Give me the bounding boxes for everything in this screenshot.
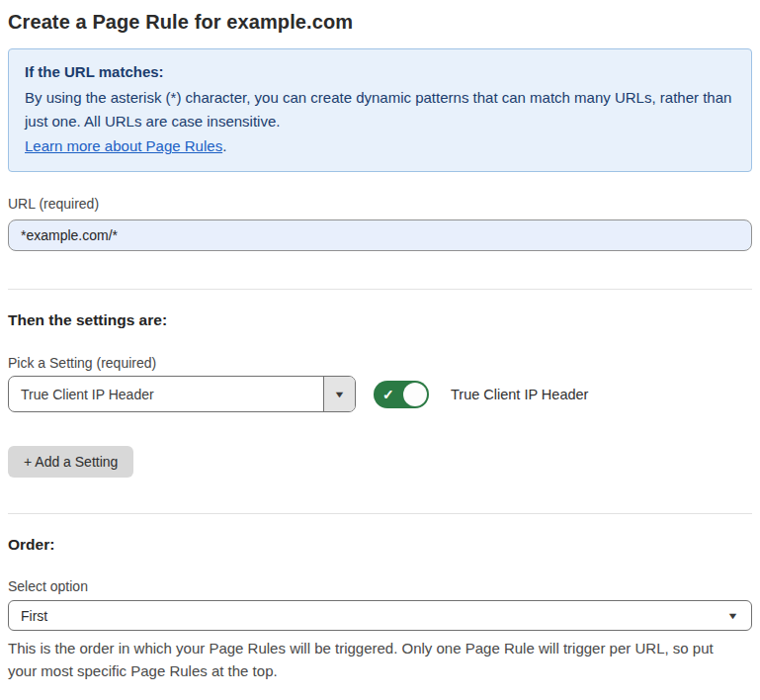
info-body-text: By using the asterisk (*) character, you… [25,86,735,133]
page-title: Create a Page Rule for example.com [8,11,752,34]
setting-toggle[interactable]: ✓ [374,381,429,408]
section-divider [8,289,752,290]
settings-section-heading: Then the settings are: [8,311,752,329]
toggle-knob [403,383,427,406]
setting-select-value: True Client IP Header [9,377,323,411]
info-heading: If the URL matches: [25,60,735,84]
order-help-text: This is the order in which your Page Rul… [8,637,744,682]
setting-row: True Client IP Header ▼ ✓ True Client IP… [8,376,752,412]
add-setting-button[interactable]: + Add a Setting [8,446,133,478]
setting-select[interactable]: True Client IP Header ▼ [8,376,356,412]
section-divider [8,513,752,514]
info-link-row: Learn more about Page Rules. [25,134,735,158]
url-input[interactable] [8,219,752,251]
check-icon: ✓ [382,387,394,400]
chevron-down-icon: ▼ [333,390,345,399]
setting-select-arrow-button[interactable]: ▼ [323,377,355,411]
order-section-heading: Order: [8,536,752,554]
url-match-info-callout: If the URL matches: By using the asteris… [8,48,752,172]
setting-picker-label: Pick a Setting (required) [8,355,752,371]
order-select[interactable]: First ▼ [8,600,752,631]
learn-more-link[interactable]: Learn more about Page Rules [25,137,222,154]
order-select-label: Select option [8,578,752,594]
setting-toggle-label: True Client IP Header [451,387,588,402]
order-select-value: First [21,608,47,624]
url-field-label: URL (required) [8,196,752,212]
link-suffix: . [222,137,226,154]
chevron-down-icon: ▼ [726,611,738,621]
